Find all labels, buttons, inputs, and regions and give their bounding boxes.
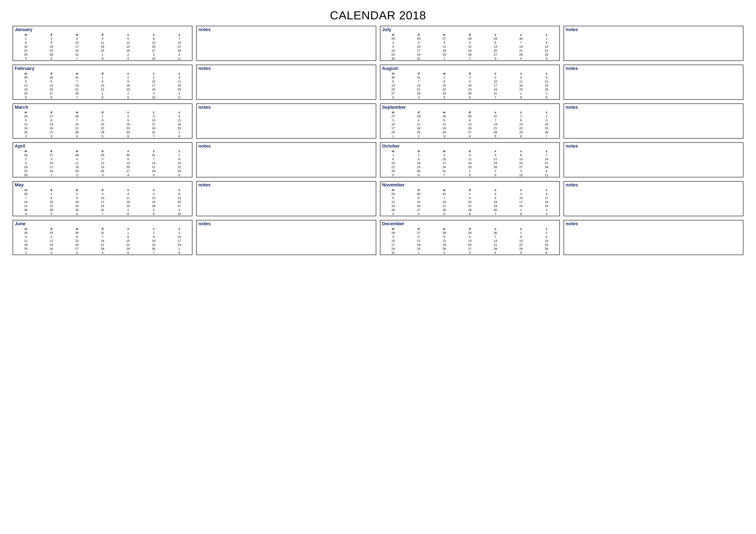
- day-cell: 28: [13, 231, 39, 235]
- day-header: z: [534, 227, 559, 231]
- day-header: d: [90, 111, 115, 114]
- day-cell: 3: [483, 57, 508, 61]
- notes-title: notes: [564, 104, 743, 111]
- day-header: z: [141, 72, 167, 75]
- day-cell: 5: [483, 134, 508, 138]
- day-header: w: [64, 188, 90, 192]
- day-cell: 7: [64, 79, 90, 83]
- day-cell: 15: [534, 44, 559, 48]
- day-header: v: [115, 188, 141, 192]
- day-cell: 27: [483, 52, 508, 57]
- day-header: d: [457, 149, 483, 153]
- week-row: 12131415161718: [13, 83, 192, 87]
- day-cell: 6: [167, 173, 192, 177]
- day-cell: 19: [13, 87, 39, 91]
- day-cell: 22: [508, 126, 534, 130]
- day-cell: 28: [508, 52, 534, 57]
- day-cell: 30: [457, 91, 483, 95]
- day-cell: 18: [115, 200, 141, 204]
- day-cell: 8: [167, 157, 192, 161]
- day-cell: 26: [431, 130, 457, 134]
- week-row: 10111213141516: [380, 122, 559, 126]
- day-cell: 27: [431, 37, 457, 40]
- day-cell: 10: [508, 196, 534, 200]
- day-cell: 7: [431, 196, 457, 200]
- day-cell: 18: [508, 83, 534, 87]
- day-cell: 29: [457, 231, 483, 235]
- day-cell: 10: [167, 212, 192, 216]
- notes-title: notes: [564, 182, 743, 188]
- week-row: 262728293012: [380, 231, 559, 235]
- notes-title: notes: [197, 26, 376, 33]
- month-box-february: Februarymdwdvzz2930311234567891011121314…: [13, 64, 192, 100]
- day-header: z: [141, 188, 167, 192]
- day-cell: 14: [406, 83, 431, 87]
- day-cell: 19: [39, 242, 64, 247]
- day-cell: 10: [64, 40, 90, 44]
- day-cell: 22: [39, 204, 64, 208]
- day-cell: 27: [39, 130, 64, 134]
- day-cell: 29: [90, 153, 115, 157]
- day-cell: 25: [406, 130, 431, 134]
- day-header: v: [483, 188, 508, 192]
- day-header: v: [115, 72, 141, 75]
- day-cell: 4: [13, 235, 39, 239]
- day-cell: 19: [13, 126, 39, 130]
- day-cell: 21: [90, 242, 115, 247]
- day-cell: 4: [167, 75, 192, 79]
- day-cell: 9: [115, 118, 141, 122]
- day-cell: 4: [534, 169, 559, 173]
- day-cell: 28: [431, 231, 457, 235]
- notes-title: notes: [197, 182, 376, 188]
- day-header: w: [431, 72, 457, 75]
- day-cell: 1: [380, 134, 406, 138]
- week-row: 19202122232425: [380, 204, 559, 208]
- day-cell: 6: [39, 79, 64, 83]
- day-cell: 1: [167, 153, 192, 157]
- day-cell: 22: [115, 242, 141, 247]
- day-cell: 1: [39, 192, 64, 196]
- day-cell: 16: [534, 122, 559, 126]
- day-cell: 24: [141, 126, 167, 130]
- day-cell: 11: [508, 79, 534, 83]
- day-cell: 13: [167, 196, 192, 200]
- day-cell: 7: [483, 212, 508, 216]
- day-cell: 20: [39, 126, 64, 130]
- day-cell: 27: [64, 247, 90, 251]
- day-cell: 18: [431, 48, 457, 52]
- day-cell: 23: [406, 165, 431, 169]
- day-cell: 23: [13, 169, 39, 173]
- day-cell: 13: [115, 161, 141, 165]
- week-row: 30123456: [13, 173, 192, 177]
- day-cell: 6: [115, 157, 141, 161]
- day-cell: 12: [13, 122, 39, 126]
- day-cell: 31: [483, 91, 508, 95]
- week-row: 303112345: [380, 57, 559, 61]
- week-row: 567891011: [13, 95, 192, 99]
- day-cell: 1: [534, 37, 559, 40]
- day-cell: 18: [167, 122, 192, 126]
- day-cell: 10: [380, 239, 406, 242]
- day-cell: 28: [141, 169, 167, 173]
- day-cell: 28: [13, 208, 39, 212]
- week-row: 3456789: [380, 118, 559, 122]
- day-cell: 9: [483, 196, 508, 200]
- day-cell: 31: [431, 192, 457, 196]
- month-table-june: mdwdvzz282930311234567891011121314151617…: [13, 227, 192, 255]
- day-cell: 31: [141, 153, 167, 157]
- day-cell: 16: [64, 200, 90, 204]
- day-cell: 2: [115, 114, 141, 118]
- day-cell: 7: [141, 157, 167, 161]
- day-cell: 25: [167, 126, 192, 130]
- day-cell: 20: [457, 242, 483, 247]
- day-cell: 5: [13, 79, 39, 83]
- day-cell: 22: [431, 87, 457, 91]
- day-cell: 14: [483, 122, 508, 126]
- day-header: v: [483, 33, 508, 37]
- day-cell: 10: [141, 95, 167, 99]
- day-cell: 31: [431, 169, 457, 173]
- day-cell: 5: [13, 57, 39, 61]
- month-title-october: October: [380, 143, 559, 149]
- day-cell: 30: [406, 192, 431, 196]
- day-cell: 4: [115, 192, 141, 196]
